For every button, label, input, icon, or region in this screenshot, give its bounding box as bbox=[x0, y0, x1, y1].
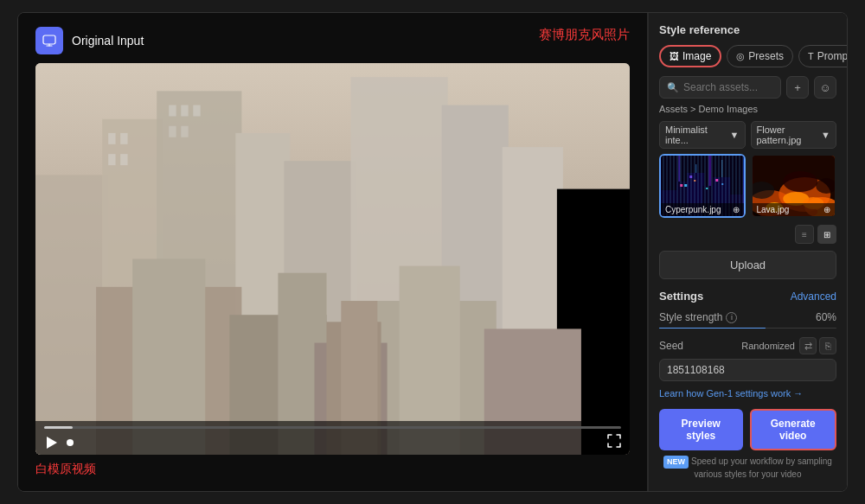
seed-label: Seed bbox=[659, 340, 683, 352]
svg-rect-48 bbox=[721, 183, 723, 185]
breadcrumb: Assets > Demo Images bbox=[659, 104, 836, 114]
generate-video-button[interactable]: Generate video bbox=[750, 409, 837, 450]
progress-bar-fill bbox=[44, 426, 73, 429]
bottom-note: NEWSpeed up your workflow by sampling va… bbox=[659, 456, 836, 481]
chinese-label-top: 赛博朋克风照片 bbox=[539, 27, 630, 43]
seed-value: 1851108168 bbox=[659, 359, 836, 381]
svg-rect-11 bbox=[108, 133, 115, 144]
image-tab-icon: 🖼 bbox=[670, 51, 679, 61]
svg-rect-15 bbox=[169, 105, 176, 117]
list-view-button[interactable]: ≡ bbox=[795, 225, 814, 244]
preview-styles-button[interactable]: Preview styles bbox=[659, 409, 743, 450]
video-background bbox=[35, 63, 630, 455]
strength-value: 60% bbox=[816, 311, 836, 323]
asset-action-icon-lava[interactable]: ⊕ bbox=[823, 205, 830, 214]
svg-rect-47 bbox=[715, 179, 718, 182]
building-illustration bbox=[35, 63, 630, 455]
asset-dropdown-2[interactable]: Flower pattern.jpg ▼ bbox=[751, 121, 837, 149]
asset-dropdown-1-label: Minimalist inte... bbox=[665, 124, 730, 145]
search-input-wrap[interactable]: 🔍 bbox=[659, 76, 781, 99]
svg-rect-12 bbox=[120, 133, 127, 144]
controls-row bbox=[44, 434, 621, 451]
seed-copy-button[interactable]: ⎘ bbox=[819, 337, 836, 354]
image-tab-label: Image bbox=[682, 50, 711, 62]
time-indicator bbox=[67, 439, 74, 446]
tab-presets[interactable]: ◎ Presets bbox=[727, 45, 793, 67]
svg-rect-44 bbox=[689, 175, 692, 178]
view-toggle: ≡ ⊞ bbox=[659, 225, 836, 244]
svg-rect-16 bbox=[181, 105, 188, 117]
svg-rect-45 bbox=[694, 180, 695, 182]
grid-view-button[interactable]: ⊞ bbox=[817, 225, 836, 244]
advanced-link[interactable]: Advanced bbox=[791, 290, 836, 303]
asset-grid: Cyperpunk.jpg ⊕ bbox=[659, 154, 836, 218]
settings-row: Settings Advanced bbox=[659, 290, 836, 303]
add-asset-button[interactable]: + bbox=[786, 76, 809, 99]
bottom-buttons: Preview styles Generate video bbox=[659, 409, 836, 450]
asset-item-lava[interactable]: Lava.jpg ⊕ bbox=[751, 154, 837, 218]
presets-tab-label: Presets bbox=[748, 50, 784, 62]
presets-tab-icon: ◎ bbox=[736, 51, 745, 62]
svg-rect-42 bbox=[680, 184, 682, 187]
emoji-filter-button[interactable]: ☺ bbox=[814, 76, 836, 99]
svg-point-58 bbox=[783, 171, 817, 192]
svg-rect-14 bbox=[120, 154, 127, 165]
tab-prompt[interactable]: T Prompt bbox=[798, 45, 847, 67]
strength-label: Style strength bbox=[659, 311, 722, 323]
learn-link[interactable]: Learn how Gen-1 settings work → bbox=[659, 388, 836, 399]
play-button[interactable] bbox=[44, 435, 60, 450]
asset-name-cyberpunk: Cyperpunk.jpg ⊕ bbox=[661, 203, 744, 216]
new-badge: NEW bbox=[663, 456, 689, 469]
tab-row: 🖼 Image ◎ Presets T Prompt bbox=[659, 45, 836, 67]
seed-shuffle-button[interactable]: ⇄ bbox=[799, 337, 817, 354]
video-controls bbox=[35, 421, 630, 455]
search-icon: 🔍 bbox=[667, 82, 679, 93]
seed-row: Seed Randomized ⇄ ⎘ bbox=[659, 337, 836, 354]
prompt-tab-label: Prompt bbox=[817, 50, 847, 62]
seed-randomized-label: Randomized bbox=[741, 341, 795, 351]
search-input[interactable] bbox=[683, 81, 773, 93]
svg-rect-18 bbox=[169, 126, 176, 137]
prompt-tab-icon: T bbox=[808, 51, 814, 61]
asset-action-icon[interactable]: ⊕ bbox=[733, 205, 740, 214]
video-container bbox=[35, 63, 630, 455]
chinese-label-bottom: 白模原视频 bbox=[35, 462, 630, 477]
original-input-label: Original Input bbox=[72, 34, 144, 48]
original-input-icon bbox=[35, 27, 63, 54]
seed-randomized-wrap: Randomized ⇄ ⎘ bbox=[741, 337, 836, 354]
svg-rect-19 bbox=[181, 126, 188, 137]
svg-rect-43 bbox=[684, 184, 687, 187]
right-panel: Style reference 🖼 Image ◎ Presets T Prom… bbox=[648, 13, 847, 491]
svg-rect-46 bbox=[706, 188, 708, 189]
left-panel: Original Input 赛博朋克风照片 bbox=[18, 13, 647, 491]
svg-rect-13 bbox=[108, 154, 115, 165]
asset-dropdown-2-label: Flower pattern.jpg bbox=[757, 124, 822, 145]
slider-fill bbox=[659, 328, 766, 329]
asset-name-lava: Lava.jpg ⊕ bbox=[753, 203, 836, 216]
svg-rect-17 bbox=[193, 105, 200, 117]
svg-rect-0 bbox=[43, 35, 55, 44]
progress-bar-track[interactable] bbox=[44, 426, 621, 429]
seed-icons: ⇄ ⎘ bbox=[799, 337, 836, 354]
fullscreen-button[interactable] bbox=[607, 434, 621, 451]
strength-slider[interactable] bbox=[659, 328, 836, 329]
strength-info-icon[interactable]: i bbox=[726, 312, 737, 323]
asset-dropdown-2-arrow: ▼ bbox=[821, 130, 830, 140]
asset-item-cyberpunk[interactable]: Cyperpunk.jpg ⊕ bbox=[659, 154, 746, 218]
asset-dropdown-1-arrow: ▼ bbox=[730, 130, 740, 140]
settings-title: Settings bbox=[659, 290, 703, 303]
strength-row: Style strength i 60% bbox=[659, 311, 836, 323]
tab-image[interactable]: 🖼 Image bbox=[659, 45, 721, 67]
style-reference-title: Style reference bbox=[659, 23, 836, 36]
play-icon bbox=[47, 437, 57, 449]
upload-button[interactable]: Upload bbox=[659, 251, 836, 279]
search-row: 🔍 + ☺ bbox=[659, 76, 836, 99]
breadcrumb-text: Assets > Demo Images bbox=[659, 104, 758, 114]
asset-dropdowns-row: Minimalist inte... ▼ Flower pattern.jpg … bbox=[659, 121, 836, 149]
strength-label-wrap: Style strength i bbox=[659, 311, 737, 323]
asset-dropdown-1[interactable]: Minimalist inte... ▼ bbox=[659, 121, 746, 149]
